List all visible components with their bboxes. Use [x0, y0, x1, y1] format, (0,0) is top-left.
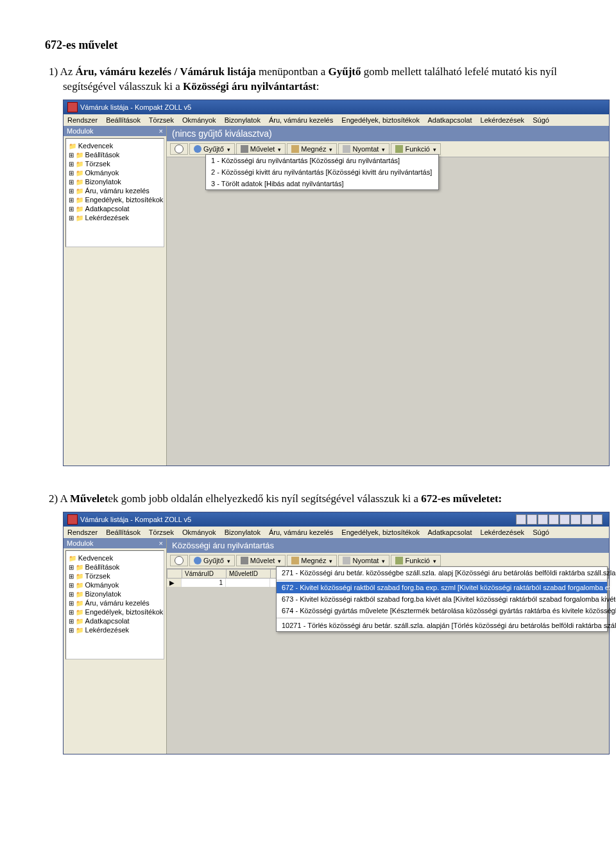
chevron-down-icon[interactable]	[226, 557, 230, 564]
tree-node[interactable]: Okmányok	[67, 168, 162, 177]
menu-item[interactable]: Engedélyek, biztosítékok	[341, 116, 420, 124]
tree-node[interactable]: Áru, vámáru kezelés	[67, 186, 162, 195]
menu-item[interactable]: Áru, vámáru kezelés	[269, 528, 333, 536]
tree-node[interactable]: Kedvencek	[67, 553, 162, 562]
chevron-down-icon[interactable]	[432, 557, 436, 564]
gyujto-button[interactable]: Gyűjtő	[189, 555, 235, 566]
menu-item[interactable]: Engedélyek, biztosítékok	[341, 528, 420, 536]
chevron-down-icon[interactable]	[381, 145, 385, 153]
menu-item[interactable]: Bizonylatok	[225, 528, 261, 536]
chevron-down-icon[interactable]	[432, 145, 436, 153]
chevron-down-icon[interactable]	[226, 145, 230, 153]
titlebar-icon[interactable]	[549, 514, 559, 525]
dropdown-item-672[interactable]: 672 - Kivitel közösségi raktból szabad f…	[277, 582, 607, 593]
module-tree: Kedvencek Beállítások Törzsek Okmányok B…	[65, 550, 164, 659]
menu-item[interactable]: Beállítások	[106, 116, 141, 124]
eye-icon	[291, 557, 299, 564]
tree-node[interactable]: Lekérdezések	[67, 213, 162, 222]
app-icon	[67, 102, 78, 112]
chevron-down-icon[interactable]	[277, 557, 281, 564]
menu-item[interactable]: Okmányok	[182, 116, 216, 124]
menu-item[interactable]: Lekérdezések	[481, 116, 525, 124]
dropdown-item[interactable]: 2 - Közösségi kivitt áru nyilvántartás […	[206, 166, 438, 178]
app-icon	[67, 514, 78, 525]
menu-item[interactable]: Adatkapcsolat	[427, 528, 472, 536]
search-button[interactable]	[170, 143, 188, 155]
menu-item[interactable]: Törzsek	[149, 528, 174, 536]
titlebar-icon[interactable]	[527, 514, 537, 525]
printer-icon	[343, 145, 350, 153]
titlebar-icon[interactable]	[581, 514, 592, 525]
tree-node[interactable]: Adatkapcsolat	[67, 616, 162, 625]
nyomtat-button[interactable]: Nyomtat	[338, 143, 389, 155]
menu-item[interactable]: Áru, vámáru kezelés	[269, 116, 333, 124]
dropdown-item[interactable]: 1 - Közösségi áru nyilvántartás [Közössé…	[206, 155, 438, 166]
menu-item[interactable]: Törzsek	[149, 116, 174, 124]
function-icon	[395, 557, 403, 564]
megnez-button[interactable]: Megnéz	[287, 555, 337, 566]
module-tree: Kedvencek Beállítások Törzsek Okmányok B…	[65, 138, 164, 247]
window-title: Vámáruk listája - Kompakt ZOLL v5	[80, 516, 191, 523]
titlebar-icon[interactable]	[516, 514, 526, 525]
cell-vamaruid: 1	[182, 579, 226, 587]
muvelet-button[interactable]: Művelet	[236, 143, 286, 155]
sidebar-title: Modulok	[67, 539, 94, 547]
tree-node[interactable]: Adatkapcsolat	[67, 204, 162, 213]
tree-node[interactable]: Bizonylatok	[67, 589, 162, 598]
gyujto-button[interactable]: Gyűjtő	[189, 143, 235, 155]
menu-item[interactable]: Adatkapcsolat	[427, 116, 472, 124]
menu-item[interactable]: Rendszer	[67, 528, 98, 536]
sidebar-title: Modulok	[67, 127, 94, 135]
tree-node[interactable]: Kedvencek	[67, 141, 162, 150]
dropdown-item[interactable]: 3 - Törölt adatok [Hibás adat nyilvántar…	[206, 178, 438, 189]
printer-icon	[343, 557, 350, 564]
sidebar-close-icon[interactable]: ×	[159, 539, 163, 547]
tree-node[interactable]: Törzsek	[67, 159, 162, 168]
tree-node[interactable]: Engedélyek, biztosítékok	[67, 195, 162, 204]
menu-item[interactable]: Beállítások	[106, 528, 141, 536]
magnifier-icon	[175, 556, 184, 565]
funkcio-button[interactable]: Funkció	[391, 555, 441, 566]
tree-node[interactable]: Okmányok	[67, 580, 162, 589]
cell-muveletid	[226, 579, 270, 587]
titlebar-icon[interactable]	[592, 514, 603, 525]
dropdown-item[interactable]: 673 - Kivitel közösségi raktból szabad f…	[277, 593, 607, 605]
nyomtat-button[interactable]: Nyomtat	[338, 555, 389, 566]
grid-col[interactable]: VámáruID	[182, 570, 227, 578]
menu-item[interactable]: Okmányok	[182, 528, 216, 536]
dropdown-item[interactable]: 10271 - Törlés közösségi áru betár. szál…	[277, 620, 607, 631]
tree-node[interactable]: Törzsek	[67, 571, 162, 580]
tree-node[interactable]: Beállítások	[67, 562, 162, 571]
titlebar-icon[interactable]	[538, 514, 548, 525]
menu-item[interactable]: Rendszer	[67, 116, 98, 124]
dropdown-item[interactable]: 271 - Közösségi áru betár. közösségbe sz…	[277, 567, 607, 579]
sidebar-close-icon[interactable]: ×	[159, 127, 163, 135]
dropdown-item[interactable]: 674 - Közösségi gyártás művelete [Készte…	[277, 605, 607, 616]
chevron-down-icon[interactable]	[328, 557, 332, 564]
tree-node[interactable]: Engedélyek, biztosítékok	[67, 607, 162, 616]
tree-node[interactable]: Bizonylatok	[67, 177, 162, 186]
function-icon	[395, 145, 403, 153]
content-header: (nincs gyűjtő kiválasztva)	[167, 126, 609, 141]
titlebar-icon[interactable]	[570, 514, 581, 525]
megnez-button[interactable]: Megnéz	[287, 143, 337, 155]
chevron-down-icon[interactable]	[328, 145, 332, 153]
chevron-down-icon[interactable]	[277, 145, 281, 153]
titlebar-icon[interactable]	[560, 514, 570, 525]
chevron-down-icon[interactable]	[381, 557, 385, 564]
search-button[interactable]	[170, 555, 188, 566]
window-title: Vámáruk listája - Kompakt ZOLL v5	[80, 103, 191, 111]
tree-node[interactable]: Beállítások	[67, 150, 162, 159]
tree-node[interactable]: Áru, vámáru kezelés	[67, 598, 162, 607]
step-2-text: 2) A Műveletek gomb jobb oldalán elhelye…	[45, 492, 571, 507]
menu-item[interactable]: Súgó	[533, 528, 549, 536]
funkcio-button[interactable]: Funkció	[391, 143, 441, 155]
menu-item[interactable]: Lekérdezések	[481, 528, 525, 536]
grid-col[interactable]: MűveletID	[227, 570, 271, 578]
muvelet-button[interactable]: Művelet	[236, 555, 286, 566]
tree-node[interactable]: Lekérdezések	[67, 625, 162, 634]
menubar: Rendszer Beállítások Törzsek Okmányok Bi…	[64, 114, 609, 126]
sidebar: Modulok × Kedvencek Beállítások Törzsek …	[64, 126, 167, 466]
menu-item[interactable]: Bizonylatok	[225, 116, 261, 124]
menu-item[interactable]: Súgó	[533, 116, 549, 124]
